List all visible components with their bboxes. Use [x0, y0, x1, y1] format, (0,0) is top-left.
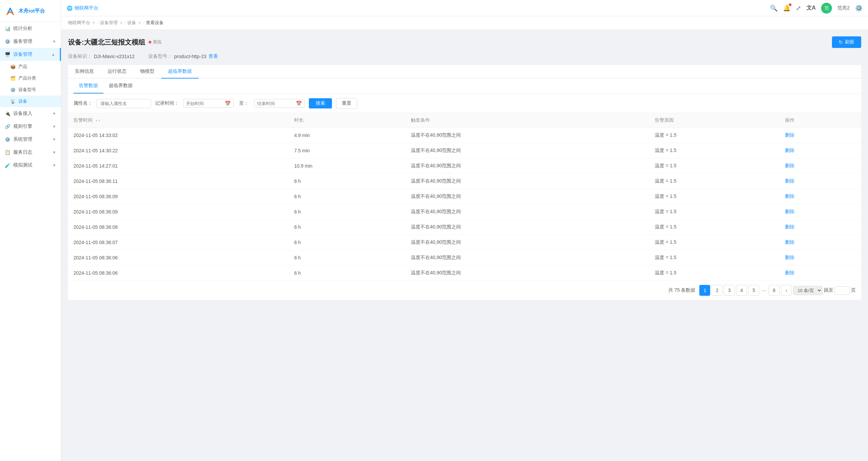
- cell-time: 2024-11-05 08:36:09: [68, 204, 289, 220]
- breadcrumb-item-3[interactable]: 设备: [127, 20, 136, 26]
- expand-icon[interactable]: ⤢: [796, 4, 801, 12]
- cell-time: 2024-11-05 14:33:02: [68, 128, 289, 143]
- delete-link[interactable]: 删除: [785, 193, 795, 199]
- sidebar-item-stats[interactable]: 📊 统计分析: [0, 22, 61, 35]
- delete-link[interactable]: 删除: [785, 148, 795, 153]
- sidebar-item-device-type[interactable]: ⚙️ 设备型号: [0, 84, 61, 96]
- page-btn-1[interactable]: 1: [699, 285, 710, 296]
- service-log-icon: 📋: [5, 150, 11, 155]
- sidebar-item-device-mgmt[interactable]: 🖥️ 设备管理 ▲: [0, 48, 61, 61]
- device-type-value: product-http-23: [174, 54, 206, 59]
- avatar[interactable]: 范: [821, 3, 832, 14]
- sidebar-item-rule-engine[interactable]: 🔗 规则引擎 ▼: [0, 120, 61, 133]
- cell-duration: 6 h: [289, 204, 405, 220]
- alert-tab-threshold[interactable]: 超临界数据: [103, 79, 138, 93]
- sort-icon-time[interactable]: ▲▼: [95, 119, 101, 122]
- logo-icon: [5, 5, 16, 16]
- cell-duration: 6 h: [289, 189, 405, 204]
- reset-button[interactable]: 重置: [336, 98, 357, 109]
- goto-page-input[interactable]: [835, 286, 850, 295]
- delete-link[interactable]: 删除: [785, 178, 795, 184]
- end-date-wrapper: 📅: [254, 99, 305, 108]
- search-icon[interactable]: 🔍: [770, 4, 778, 12]
- col-header-action: 操作: [780, 113, 861, 128]
- table-row: 2024-11-05 08:36:09 6 h 温度不在40,90范围之间 温度…: [68, 204, 861, 220]
- page-btn-4[interactable]: 4: [736, 285, 747, 296]
- refresh-button[interactable]: ↻ 刷新: [832, 36, 861, 48]
- tab-threshold-data[interactable]: 超临界数据: [161, 65, 199, 79]
- chevron-down-icon: ▼: [52, 137, 56, 141]
- page-next-btn[interactable]: ›: [781, 285, 792, 296]
- sys-mgmt-icon: ⚙️: [5, 137, 11, 142]
- page-title-row: 设备:大疆北三短报文模组 离线: [68, 38, 162, 47]
- tab-instance-info[interactable]: 实例信息: [68, 65, 101, 79]
- sidebar-item-label: 统计分析: [13, 25, 32, 32]
- page-btn-5[interactable]: 5: [748, 285, 759, 296]
- alert-tab-alarm[interactable]: 告警数据: [73, 79, 103, 93]
- page-btn-3[interactable]: 3: [724, 285, 735, 296]
- page-size-select[interactable]: 10 条/页 20 条/页 50 条/页: [793, 286, 822, 295]
- page-btn-2[interactable]: 2: [712, 285, 722, 296]
- cell-time: 2024-11-05 08:36:11: [68, 174, 289, 189]
- user-name[interactable]: 范亮2: [837, 5, 850, 11]
- table-row: 2024-11-05 14:33:02 4.9 min 温度不在40,90范围之…: [68, 128, 861, 143]
- iot-platform-icon: 🌐: [67, 5, 72, 11]
- col-header-time: 告警时间 ▲▼: [68, 113, 289, 128]
- tab-run-status[interactable]: 运行状态: [101, 65, 133, 79]
- tab-thing-model[interactable]: 物模型: [133, 65, 161, 79]
- cell-reason: 温度 = 1.5: [649, 266, 779, 281]
- page-header: 设备:大疆北三短报文模组 离线 ↻ 刷新: [68, 36, 861, 48]
- sidebar-item-device[interactable]: 📡 设备: [0, 96, 61, 107]
- breadcrumb-slash-2: /: [124, 20, 126, 25]
- breadcrumb: 物联网平台 ▼ / 设备管理 ▼ / 设备 ▼ / 查看设备: [61, 16, 868, 30]
- cell-time: 2024-11-05 14:30:22: [68, 143, 289, 158]
- sidebar-item-service-log[interactable]: 📋 服务日志 ▼: [0, 146, 61, 159]
- search-button[interactable]: 搜索: [309, 98, 332, 108]
- delete-link[interactable]: 删除: [785, 224, 795, 229]
- col-header-condition: 触发条件: [405, 113, 649, 128]
- chevron-down-icon: ▼: [52, 39, 56, 44]
- device-type-icon: ⚙️: [10, 87, 16, 92]
- translate-icon[interactable]: 文A: [806, 4, 816, 12]
- delete-link[interactable]: 删除: [785, 132, 795, 138]
- cell-condition: 温度不在40,90范围之间: [405, 128, 649, 143]
- page-btn-last[interactable]: 8: [769, 285, 780, 296]
- breadcrumb-current: 查看设备: [146, 20, 164, 26]
- device-type-view-link[interactable]: 查看: [208, 53, 218, 59]
- page-dots: ···: [761, 288, 767, 293]
- product-icon: 📦: [10, 64, 16, 69]
- sidebar-item-device-access[interactable]: 🔌 设备接入 ▼: [0, 107, 61, 120]
- chevron-down-icon: ▼: [52, 112, 56, 116]
- cell-condition: 温度不在40,90范围之间: [405, 189, 649, 204]
- sidebar-item-service[interactable]: ⚙️ 服务管理 ▼: [0, 35, 61, 48]
- table-row: 2024-11-05 14:27:01 10.9 min 温度不在40,90范围…: [68, 158, 861, 174]
- breadcrumb-slash-3: /: [143, 20, 145, 25]
- bell-icon[interactable]: 🔔: [783, 4, 790, 12]
- cell-time: 2024-11-05 08:36:06: [68, 250, 289, 266]
- alert-table: 告警时间 ▲▼ 时长 触发条件 告警原因 操作 2024-11-05 14:33…: [68, 113, 861, 281]
- sidebar-item-product[interactable]: 📦 产品: [0, 61, 61, 72]
- sidebar-item-sys-mgmt[interactable]: ⚙️ 系统管理 ▼: [0, 133, 61, 146]
- cell-action: 删除: [780, 266, 861, 281]
- device-type-key: 设备型号：: [148, 53, 172, 59]
- sidebar-item-sim-test[interactable]: 🧪 模拟测试 ▼: [0, 159, 61, 172]
- cell-reason: 温度 = 1.5: [649, 250, 779, 266]
- attr-filter-input[interactable]: [97, 99, 151, 108]
- page-title: 设备:大疆北三短报文模组: [68, 38, 145, 47]
- settings-icon[interactable]: ⚙️: [855, 4, 863, 12]
- delete-link[interactable]: 删除: [785, 209, 795, 214]
- delete-link[interactable]: 删除: [785, 239, 795, 245]
- refresh-icon: ↻: [839, 39, 843, 45]
- delete-link[interactable]: 删除: [785, 255, 795, 260]
- start-date-input[interactable]: [186, 101, 223, 106]
- cell-action: 删除: [780, 235, 861, 250]
- delete-link[interactable]: 删除: [785, 163, 795, 168]
- main-wrapper: 🌐 物联网平台 🔍 🔔 ⤢ 文A 范 范亮2 ⚙️ 物联网平台 ▼ / 设备管理…: [61, 0, 868, 461]
- end-date-input[interactable]: [257, 101, 295, 106]
- breadcrumb-item-2[interactable]: 设备管理: [100, 20, 118, 26]
- sidebar-item-label: 服务日志: [13, 149, 32, 155]
- delete-link[interactable]: 删除: [785, 270, 795, 275]
- cell-duration: 10.9 min: [289, 158, 405, 174]
- sidebar-item-product-cat[interactable]: 🗂️ 产品分类: [0, 72, 61, 84]
- breadcrumb-item-1[interactable]: 物联网平台: [68, 20, 90, 26]
